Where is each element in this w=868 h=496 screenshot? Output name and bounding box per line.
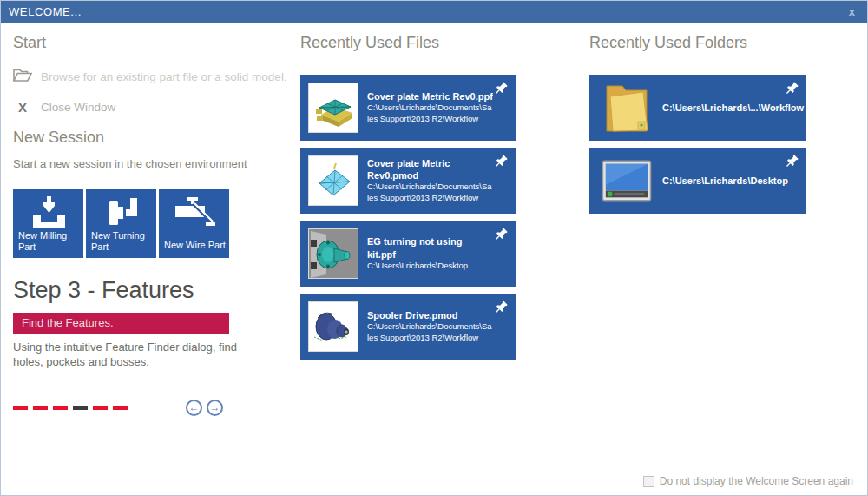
wire-icon — [173, 196, 216, 231]
close-window-icon[interactable]: x — [837, 1, 867, 23]
close-window-button[interactable]: X Close Window — [13, 100, 291, 115]
recent-file-card[interactable]: EG turning not using kit.ppf C:\Users\Lr… — [300, 221, 516, 287]
close-x-icon: X — [13, 100, 32, 115]
pin-icon[interactable] — [786, 81, 799, 95]
folder-path: C:\Users\Lrichards\Desktop — [662, 175, 788, 186]
file-info: Cover plate Metric Rev0.ppf C:\Users\Lri… — [367, 90, 493, 125]
folder-open-icon — [13, 68, 32, 86]
close-window-label: Close Window — [41, 101, 115, 114]
file-info: Spooler Drive.pmod C:\Users\Lrichards\Do… — [367, 309, 493, 344]
previous-step-button[interactable]: ← — [186, 400, 202, 416]
new-session-subtitle: Start a new session in the chosen enviro… — [13, 157, 291, 170]
new-wire-part-button[interactable]: New Wire Part — [159, 189, 229, 258]
page-dash[interactable] — [13, 406, 28, 410]
milling-icon — [29, 196, 69, 231]
pin-icon[interactable] — [495, 300, 509, 314]
file-thumbnail — [308, 155, 358, 206]
turning-icon — [102, 196, 141, 231]
step-banner: Find the Features. — [13, 313, 229, 334]
title-bar: WELCOME... x — [1, 1, 867, 23]
welcome-screen-toggle: Do not display the Welcome Screen again — [643, 475, 853, 487]
recent-files-heading: Recently Used Files — [300, 34, 516, 52]
recent-files-section: Recently Used Files C — [300, 34, 516, 367]
new-session-tiles: New Milling Part New Turning Part — [13, 189, 291, 258]
desktop-icon — [602, 159, 652, 202]
recent-folder-card[interactable]: C:\Users\Lrichards\...\Workflow — [589, 75, 806, 141]
tile-label: New Wire Part — [164, 240, 226, 252]
left-column: Start Browse for an existing part file o… — [13, 34, 291, 370]
file-name: Spooler Drive.pmod — [367, 309, 493, 321]
file-name: Cover plate Metric Rev0.pmod — [367, 157, 493, 182]
file-name: Cover plate Metric Rev0.ppf — [367, 90, 493, 103]
pin-icon[interactable] — [495, 227, 509, 241]
file-name: EG turning not using kit.ppf — [367, 235, 493, 261]
recent-folders-heading: Recently Used Folders — [589, 34, 806, 52]
next-step-button[interactable]: → — [207, 400, 223, 416]
pin-icon[interactable] — [495, 81, 509, 95]
pin-icon[interactable] — [495, 154, 509, 168]
page-dash[interactable] — [113, 406, 128, 410]
welcome-window: WELCOME... x Start Browse for an existin… — [0, 0, 868, 496]
page-dash[interactable] — [53, 406, 68, 410]
tile-label: New Turning Part — [91, 230, 153, 255]
file-info: EG turning not using kit.ppf C:\Users\Lr… — [367, 235, 493, 271]
tile-label: New Milling Part — [18, 230, 80, 255]
browse-label: Browse for an existing part file or a so… — [41, 70, 287, 83]
file-path: C:\Users\Lrichards\Documents\Sales Suppo… — [367, 103, 493, 125]
pin-icon[interactable] — [786, 154, 799, 168]
step-navigation: ← → — [186, 400, 223, 416]
do-not-display-label: Do not display the Welcome Screen again — [660, 475, 853, 487]
page-dash[interactable] — [33, 406, 48, 410]
file-path: C:\Users\Lrichards\Desktop — [367, 261, 493, 272]
recent-file-card[interactable]: Spooler Drive.pmod C:\Users\Lrichards\Do… — [300, 294, 516, 360]
new-session-heading: New Session — [13, 129, 291, 147]
file-path: C:\Users\Lrichards\Documents\Sales Suppo… — [367, 321, 493, 344]
recent-file-card[interactable]: Cover plate Metric Rev0.ppf C:\Users\Lri… — [300, 75, 516, 141]
file-thumbnail — [308, 228, 358, 279]
folder-path: C:\Users\Lrichards\...\Workflow — [662, 103, 804, 113]
page-dash[interactable] — [93, 406, 108, 410]
start-heading: Start — [13, 34, 291, 52]
folder-icon — [602, 81, 652, 135]
pagination-dashes — [13, 406, 128, 410]
file-path: C:\Users\Lrichards\Documents\Sales Suppo… — [367, 182, 493, 204]
file-thumbnail — [308, 83, 358, 133]
new-turning-part-button[interactable]: New Turning Part — [86, 189, 156, 258]
window-title: WELCOME... — [1, 5, 82, 18]
recent-folder-card[interactable]: C:\Users\Lrichards\Desktop — [589, 148, 806, 214]
file-thumbnail — [308, 301, 358, 352]
step-description: Using the intuitive Feature Finder dialo… — [13, 341, 243, 370]
file-info: Cover plate Metric Rev0.pmod C:\Users\Lr… — [367, 157, 493, 204]
page-dash[interactable] — [73, 406, 88, 410]
step-heading: Step 3 - Features — [13, 277, 291, 304]
recent-file-card[interactable]: Cover plate Metric Rev0.pmod C:\Users\Lr… — [300, 148, 516, 214]
browse-button[interactable]: Browse for an existing part file or a so… — [13, 68, 291, 86]
new-milling-part-button[interactable]: New Milling Part — [13, 189, 83, 258]
do-not-display-checkbox[interactable] — [643, 476, 654, 487]
recent-folders-section: Recently Used Folders C:\Users\Lrichards… — [589, 34, 806, 221]
